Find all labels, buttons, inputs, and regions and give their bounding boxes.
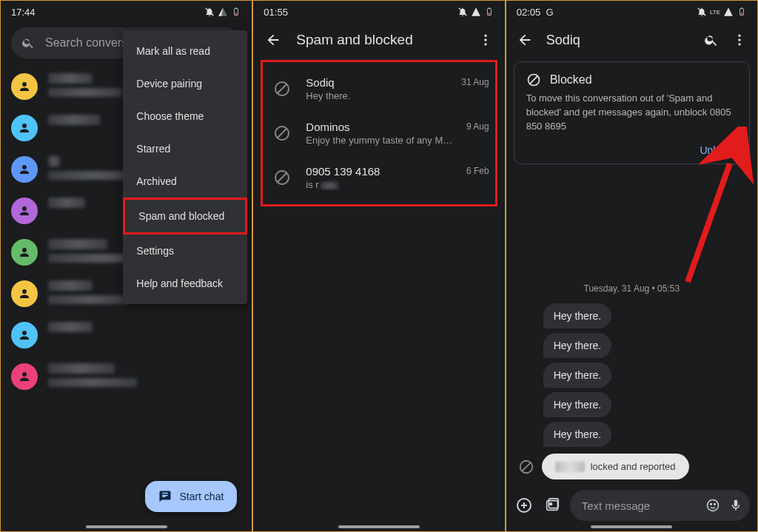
menu-spam-blocked[interactable]: Spam and blocked [123, 198, 247, 235]
signal-icon [218, 7, 228, 17]
svg-point-10 [484, 43, 486, 45]
menu-archived[interactable]: Archived [123, 165, 247, 198]
blocked-icon [518, 459, 534, 475]
svg-rect-6 [488, 13, 490, 15]
banner-heading: Blocked [550, 73, 592, 87]
battery-icon [231, 7, 241, 17]
phone-screen-1: 17:44 Search conversat Mark all as read … [0, 0, 252, 532]
message-area: Tuesday, 31 Aug • 05:53 Hey there. Hey t… [506, 169, 757, 485]
spam-item[interactable]: DominosEnjoy the yummy taste of any Medi… [263, 111, 494, 155]
spam-item[interactable]: 0905 139 4168is r 6 Feb [263, 155, 494, 200]
svg-line-25 [529, 76, 537, 84]
message-input[interactable]: Text message [570, 490, 750, 521]
battery-icon [484, 7, 494, 17]
spam-name: Dominos [306, 121, 456, 133]
spam-preview: is r [306, 179, 456, 190]
svg-rect-20 [741, 8, 742, 9]
clock: 17:44 [11, 7, 36, 18]
clock: 01:55 [264, 7, 288, 18]
svg-point-9 [484, 38, 486, 41]
back-icon[interactable] [517, 32, 533, 48]
spam-date: 9 Aug [466, 121, 489, 132]
svg-point-36 [714, 504, 716, 505]
menu-choose-theme[interactable]: Choose theme [123, 100, 247, 132]
overflow-icon[interactable] [478, 33, 493, 47]
conversation-item[interactable] [1, 314, 252, 356]
svg-point-33 [549, 503, 551, 505]
menu-settings[interactable]: Settings [123, 235, 247, 267]
blocked-icon [269, 164, 295, 191]
svg-point-22 [738, 38, 740, 41]
spam-name: Sodiq [306, 76, 451, 89]
svg-rect-3 [235, 8, 237, 9]
message-bubble[interactable]: Hey there. [543, 303, 612, 329]
svg-point-23 [738, 43, 740, 45]
svg-point-35 [711, 504, 712, 505]
svg-point-21 [738, 35, 740, 37]
spam-preview: Hey there. [306, 90, 451, 101]
blocked-icon [526, 73, 541, 87]
svg-rect-2 [235, 13, 238, 15]
gesture-handle [338, 525, 420, 528]
status-bar: 01:55 [253, 1, 504, 23]
menu-help[interactable]: Help and feedback [123, 267, 247, 300]
start-chat-fab[interactable]: Start chat [145, 481, 237, 512]
svg-rect-7 [489, 8, 490, 9]
search-icon[interactable] [704, 33, 719, 47]
back-icon[interactable] [265, 32, 281, 48]
avatar [11, 115, 38, 141]
composer: Text message [506, 485, 757, 531]
gesture-handle [591, 525, 672, 528]
date-divider: Tuesday, 31 Aug • 05:53 [514, 283, 750, 294]
phone-screen-2: 01:55 Spam and blocked SodiqHey there. 3… [252, 0, 505, 532]
mic-icon[interactable] [729, 498, 742, 513]
avatar [11, 322, 38, 349]
search-icon [21, 36, 35, 50]
message-bubble[interactable]: Hey there. [543, 333, 612, 358]
avatar [11, 156, 38, 183]
dnd-icon [457, 7, 468, 17]
spam-preview: Enjoy the yummy taste of any Medium … [306, 135, 456, 146]
menu-starred[interactable]: Starred [123, 132, 247, 165]
gesture-handle [86, 525, 167, 528]
snackbar-text: locked and reported [591, 461, 676, 472]
overflow-menu: Mark all as read Device pairing Choose t… [123, 30, 247, 304]
overflow-icon[interactable] [732, 33, 747, 47]
add-button[interactable] [514, 495, 534, 516]
svg-rect-19 [740, 13, 742, 15]
unblock-button[interactable]: Unblock [526, 134, 737, 156]
signal-icon [723, 7, 734, 17]
gallery-button[interactable] [542, 495, 563, 516]
snackbar: locked and reported [542, 454, 689, 479]
dnd-icon [697, 7, 707, 17]
phone-screen-3: 02:05 G LTE Sodiq Blocked To move this c… [506, 0, 758, 532]
avatar [11, 73, 38, 100]
avatar [11, 239, 38, 266]
message-bubble[interactable]: Hey there. [543, 422, 612, 447]
dnd-icon [204, 7, 215, 17]
status-bar: 17:44 [1, 1, 252, 23]
menu-mark-all-read[interactable]: Mark all as read [123, 35, 247, 67]
message-bubble[interactable]: Hey there. [543, 392, 612, 417]
message-bubble[interactable]: Hey there. [543, 363, 612, 388]
spam-blocked-list: SodiqHey there. 31 Aug DominosEnjoy the … [261, 60, 497, 206]
clock: 02:05 G [517, 7, 554, 18]
banner-body: To move this conversation out of 'Spam a… [526, 92, 737, 134]
emoji-icon[interactable] [705, 498, 720, 513]
battery-icon [737, 7, 747, 17]
blocked-icon [269, 75, 295, 102]
avatar [11, 198, 38, 224]
toolbar: Sodiq [506, 23, 757, 57]
svg-line-27 [522, 462, 531, 471]
svg-point-8 [484, 35, 486, 37]
menu-device-pairing[interactable]: Device pairing [123, 67, 247, 100]
toolbar: Spam and blocked [253, 23, 504, 57]
contact-title: Sodiq [546, 33, 691, 48]
spam-item[interactable]: SodiqHey there. 31 Aug [263, 67, 494, 111]
svg-point-34 [707, 500, 718, 511]
svg-line-14 [278, 129, 287, 138]
svg-line-12 [278, 84, 287, 94]
conversation-item[interactable] [1, 356, 252, 397]
network-label: LTE [710, 9, 720, 16]
blocked-icon [269, 120, 295, 147]
